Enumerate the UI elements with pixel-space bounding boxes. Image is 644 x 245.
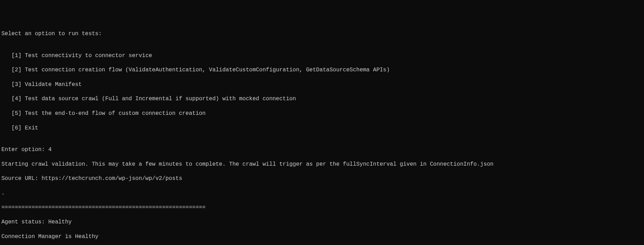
option-1: [1] Test connectivity to connector servi… bbox=[1, 52, 643, 60]
prompt-line: Select an option to run tests: bbox=[1, 30, 643, 38]
source-url-line: Source URL: https://techcrunch.com/wp-js… bbox=[1, 175, 643, 182]
dot-line: . bbox=[1, 190, 643, 197]
starting-line: Starting crawl validation. This may take… bbox=[1, 161, 643, 168]
connection-manager-line: Connection Manager is Healthy bbox=[1, 233, 643, 240]
enter-option-line: Enter option: 4 bbox=[1, 146, 643, 153]
option-5: [5] Test the end-to-end flow of custom c… bbox=[1, 110, 643, 117]
option-6: [6] Exit bbox=[1, 125, 643, 132]
option-2: [2] Test connection creation flow (Valid… bbox=[1, 66, 643, 74]
terminal-output: Select an option to run tests: [1] Test … bbox=[1, 30, 643, 245]
option-4: [4] Test data source crawl (Full and Inc… bbox=[1, 95, 643, 103]
separator-line: ========================================… bbox=[1, 204, 643, 211]
agent-status-line: Agent status: Healthy bbox=[1, 219, 643, 226]
option-3: [3] Validate Manifest bbox=[1, 81, 643, 88]
